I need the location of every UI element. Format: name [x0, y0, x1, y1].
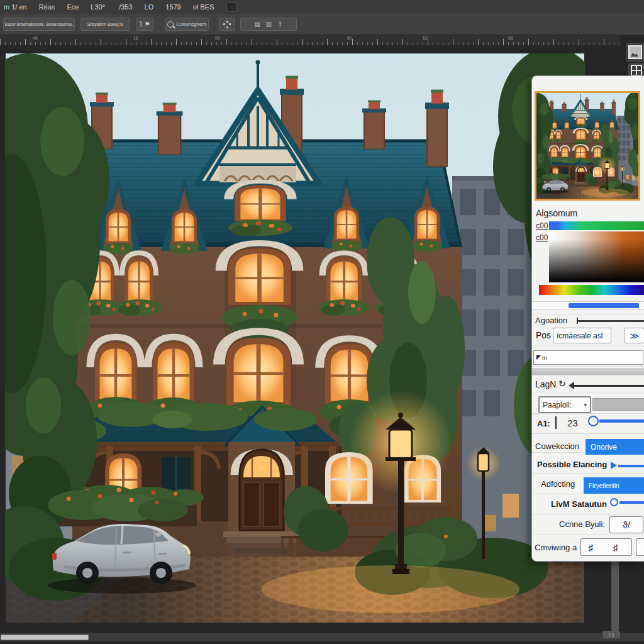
balancing-arrowhead-icon — [611, 462, 617, 469]
correction-button-label: Onorive — [591, 443, 617, 452]
correction-button[interactable]: Onorive — [586, 439, 644, 455]
thumbnail-image — [536, 93, 638, 199]
menu-item[interactable]: LO — [145, 3, 154, 11]
style-button[interactable]: Stisyatlirn Bave|Te — [80, 18, 130, 31]
a1-slider[interactable] — [599, 419, 644, 423]
horizontal-scrollbar-thumb[interactable] — [1, 635, 89, 640]
search-icon — [167, 21, 174, 28]
zoom-badge: 1:1 — [602, 631, 620, 638]
lag-label: LagN — [535, 379, 556, 389]
cnne-glyph: ϑ/ — [623, 520, 630, 530]
export-icon[interactable]: ↥ — [277, 21, 282, 28]
search-button-label: Conortcghem — [176, 21, 206, 27]
pos-value: ícmáesale asl — [557, 331, 602, 340]
dropdown-label: Paaploll: — [543, 401, 572, 409]
a1-slider-handle[interactable] — [588, 416, 599, 426]
adjustments-panel: Algsomum c00 c00 Agoation Pos ícmáesale … — [531, 75, 644, 562]
menu-item[interactable]: m 1/ en — [4, 3, 27, 11]
saturation-label: LivM Satautun — [551, 499, 607, 509]
document-buttons-group[interactable]: ▤ ▥ ↥ — [240, 18, 297, 31]
corner-flag-icon — [536, 355, 541, 360]
ruler-label: 18 — [133, 36, 138, 40]
dropdown-track[interactable] — [592, 398, 644, 411]
history-buttons-group[interactable]: Bazor Broemabonore. Bowarceumse. — [3, 18, 75, 31]
lag-slider[interactable] — [574, 385, 644, 387]
document-icon[interactable]: ▤ — [254, 21, 260, 28]
paaploll-dropdown[interactable]: Paaploll: ▾ — [538, 396, 591, 413]
a1-label: A1: — [537, 419, 550, 428]
hue-gradient-bar[interactable] — [549, 221, 644, 230]
move-tool-button[interactable] — [219, 18, 235, 31]
color-picker-square[interactable] — [549, 231, 644, 282]
a1-value[interactable]: 23 — [567, 418, 578, 428]
canvas-image[interactable] — [5, 53, 585, 623]
ruler-label: 58 — [508, 36, 513, 40]
cmviwing-glyphs: ♯ ♯ — [588, 542, 626, 553]
correction-label: Cowekccion — [535, 441, 579, 451]
search-button[interactable]: Conortcghem — [165, 18, 209, 31]
blue-slider-fill[interactable] — [569, 303, 639, 308]
agation-slider[interactable] — [577, 320, 644, 322]
saturation-slider-handle[interactable] — [610, 498, 618, 506]
swatch-icon[interactable] — [226, 3, 236, 12]
menu-item[interactable]: ./353 — [117, 3, 132, 11]
caret-down-icon: ▾ — [584, 402, 587, 408]
document-copy-icon[interactable]: ▥ — [266, 21, 272, 28]
adfocting-button-label: Firyetlentin — [589, 482, 619, 489]
name-input-value: m — [542, 355, 547, 361]
menu-item[interactable]: ol BES — [193, 3, 214, 11]
expand-button[interactable]: ≫ — [624, 328, 644, 343]
name-input[interactable]: m — [533, 350, 643, 365]
menu-item[interactable]: Réas — [39, 3, 55, 11]
menu-item[interactable]: Ece — [67, 3, 79, 11]
vertical-scrollbar[interactable] — [611, 553, 619, 633]
image-icon — [628, 45, 642, 59]
image-panel-button[interactable] — [626, 43, 644, 62]
panel-heading: Algsomum — [536, 208, 577, 218]
toolbar-divider — [214, 18, 214, 31]
pos-label: Pos — [536, 330, 551, 340]
cnne-button[interactable]: ϑ/ — [609, 516, 643, 533]
adfocting-label: Adfocting — [541, 479, 575, 489]
ruler-label: 52 — [423, 36, 428, 40]
horizontal-scrollbar-track[interactable] — [0, 633, 644, 641]
cmviwing-label: Cmviwing a — [535, 543, 577, 552]
rainbow-hue-bar[interactable] — [539, 285, 644, 295]
style-button-label: Stisyatlirn Bave|Te — [87, 22, 123, 26]
flag-icon: 1 ⚑ — [139, 21, 150, 28]
window-icon — [631, 65, 642, 76]
menu-item[interactable]: L30° — [91, 3, 105, 11]
saturation-slider[interactable] — [619, 501, 644, 504]
a1-cursor — [555, 416, 557, 429]
c00-link[interactable]: c00 — [536, 233, 548, 242]
ruler-label: 90 — [215, 36, 220, 40]
move-icon — [223, 21, 231, 28]
menu-item[interactable]: 1579 — [165, 3, 180, 11]
ruler-label: 48 — [33, 36, 38, 40]
c00-link[interactable]: c00 — [536, 221, 548, 230]
balancing-label: Possible Elancing — [537, 460, 607, 469]
adfocting-button[interactable]: Firyetlentin — [584, 477, 644, 494]
double-chevron-icon: ≫ — [630, 331, 639, 341]
history-group-label: Bazor Broemabonore. Bowarceumse. — [5, 22, 73, 26]
balancing-slider[interactable] — [618, 465, 644, 467]
horizontal-ruler: 48 18 90 50 52 58 — [0, 35, 619, 45]
cnne-label: Ccnne Byuli: — [559, 519, 605, 529]
section-divider — [532, 368, 644, 375]
cmviwing-button[interactable]: ♯ ♯ — [580, 538, 632, 556]
image-thumbnail[interactable] — [535, 91, 640, 201]
menu-bar: m 1/ en Réas Ece L30° ./353 LO 1579 ol B… — [0, 0, 644, 14]
agation-label: Agoation — [535, 316, 567, 325]
ruler-label: 50 — [347, 36, 352, 40]
pos-field[interactable]: ícmáesale asl — [553, 328, 611, 343]
rotate-icon[interactable]: ↻ — [558, 379, 566, 389]
toolbar: Bazor Broemabonore. Bowarceumse. Stisyat… — [0, 14, 644, 35]
cmviwing-button-partial[interactable] — [636, 538, 644, 556]
flag-button[interactable]: 1 ⚑ — [136, 18, 153, 31]
